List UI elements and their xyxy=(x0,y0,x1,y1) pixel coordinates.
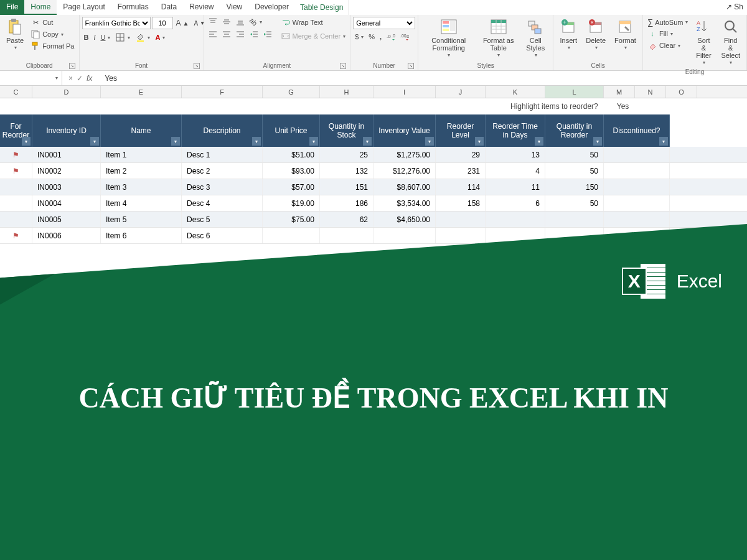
align-bottom-button[interactable] xyxy=(234,17,247,27)
filter-icon[interactable]: ▾ xyxy=(22,137,31,146)
number-launcher[interactable]: ↘ xyxy=(408,63,414,69)
th-rl[interactable]: Reorder Level▾ xyxy=(436,114,486,147)
filter-icon[interactable]: ▾ xyxy=(593,137,602,146)
table-row[interactable]: IN0004Item 4Desc 4$19.00186$3,534.001586… xyxy=(0,195,747,212)
col-c[interactable]: C xyxy=(0,86,32,98)
sort-filter-button[interactable]: AZ Sort & Filter▾ xyxy=(691,17,716,67)
format-button[interactable]: Format▾ xyxy=(611,17,640,52)
th-val[interactable]: Inventory Value▾ xyxy=(374,114,436,147)
filter-icon[interactable]: ▾ xyxy=(363,137,372,146)
fill-button[interactable]: ↓Fill▾ xyxy=(646,28,690,39)
tab-home[interactable]: Home xyxy=(24,0,57,15)
filter-icon[interactable]: ▾ xyxy=(475,137,484,146)
cancel-formula-icon[interactable]: × xyxy=(68,74,73,83)
th-id[interactable]: Inventory ID▾ xyxy=(32,114,101,147)
delete-button[interactable]: × Delete▾ xyxy=(582,17,609,52)
col-l[interactable]: L xyxy=(545,86,604,98)
enter-formula-icon[interactable]: ✓ xyxy=(77,74,83,83)
th-stock[interactable]: Quantity in Stock▾ xyxy=(320,114,374,147)
border-button[interactable]: ▾ xyxy=(113,32,132,43)
th-rt[interactable]: Reorder Time in Days▾ xyxy=(486,114,545,147)
comma-button[interactable]: , xyxy=(378,32,383,41)
th-price[interactable]: Unit Price▾ xyxy=(263,114,320,147)
col-d[interactable]: D xyxy=(32,86,101,98)
increase-font-button[interactable]: A▲ xyxy=(174,18,191,28)
filter-icon[interactable]: ▾ xyxy=(425,137,434,146)
table-row[interactable]: IN0003Item 3Desc 3$57.00151$8,607.001141… xyxy=(0,179,747,195)
tab-table-design[interactable]: Table Design xyxy=(295,0,349,15)
format-as-table-button[interactable]: Format as Table▾ xyxy=(477,17,519,60)
format-painter-button[interactable]: Format Pa xyxy=(29,40,76,52)
filter-icon[interactable]: ▾ xyxy=(90,137,99,146)
tab-file[interactable]: File xyxy=(0,0,24,15)
col-j[interactable]: J xyxy=(436,86,486,98)
cell-styles-button[interactable]: Cell Styles▾ xyxy=(520,17,550,60)
clear-button[interactable]: Clear▾ xyxy=(646,40,690,51)
font-launcher[interactable]: ↘ xyxy=(194,63,200,69)
font-name-select[interactable]: Franklin Gothic Boo xyxy=(82,17,151,29)
filter-icon[interactable]: ▾ xyxy=(309,137,318,146)
tab-developer[interactable]: Developer xyxy=(248,0,295,15)
filter-icon[interactable]: ▾ xyxy=(171,137,180,146)
conditional-formatting-button[interactable]: Conditional Formatting▾ xyxy=(421,17,476,60)
col-e[interactable]: E xyxy=(101,86,182,98)
tab-data[interactable]: Data xyxy=(155,0,183,15)
clipboard-launcher[interactable]: ↘ xyxy=(69,63,75,69)
th-name[interactable]: Name▾ xyxy=(101,114,182,147)
col-f[interactable]: F xyxy=(182,86,263,98)
filter-icon[interactable]: ▾ xyxy=(659,137,668,146)
col-o[interactable]: O xyxy=(666,86,697,98)
fx-icon[interactable]: fx xyxy=(87,74,92,83)
th-reorder[interactable]: For Reorder▾ xyxy=(0,114,32,147)
col-h[interactable]: H xyxy=(320,86,374,98)
align-right-button[interactable] xyxy=(234,29,247,39)
tab-view[interactable]: View xyxy=(220,0,248,15)
col-m[interactable]: M xyxy=(604,86,635,98)
currency-button[interactable]: $▾ xyxy=(353,32,365,41)
align-left-button[interactable] xyxy=(207,29,219,39)
increase-decimal-button[interactable]: .0.00 xyxy=(385,32,397,42)
th-qr[interactable]: Quantity in Reorder▾ xyxy=(545,114,604,147)
wrap-text-button[interactable]: Wrap Text xyxy=(279,17,348,28)
col-n[interactable]: N xyxy=(635,86,666,98)
find-select-button[interactable]: Find & Select▾ xyxy=(717,17,744,67)
filter-icon[interactable]: ▾ xyxy=(535,137,543,146)
font-size-input[interactable] xyxy=(152,17,173,29)
table-row[interactable]: ⚑IN0001Item 1Desc 1$51.0025$1,275.002913… xyxy=(0,147,747,163)
number-format-select[interactable]: General xyxy=(353,17,415,29)
th-desc[interactable]: Description▾ xyxy=(182,114,263,147)
col-g[interactable]: G xyxy=(263,86,320,98)
filter-icon[interactable]: ▾ xyxy=(252,137,261,146)
paste-button[interactable]: Paste▾ xyxy=(2,17,27,52)
tab-page-layout[interactable]: Page Layout xyxy=(57,0,111,15)
percent-button[interactable]: % xyxy=(367,32,377,41)
alignment-launcher[interactable]: ↘ xyxy=(340,63,346,69)
copy-button[interactable]: Copy▾ xyxy=(29,29,76,40)
decrease-decimal-button[interactable]: .00.0 xyxy=(398,32,411,42)
align-center-button[interactable] xyxy=(220,29,233,39)
align-middle-button[interactable] xyxy=(220,17,233,27)
tab-review[interactable]: Review xyxy=(183,0,220,15)
font-color-button[interactable]: A▾ xyxy=(153,33,167,42)
highlight-value[interactable]: Yes xyxy=(617,102,629,111)
merge-center-button[interactable]: Merge & Center▾ xyxy=(279,30,348,42)
insert-button[interactable]: + Insert▾ xyxy=(556,17,581,52)
underline-button[interactable]: U▾ xyxy=(99,33,113,42)
autosum-button[interactable]: ∑ AutoSum▾ xyxy=(646,17,690,27)
fill-color-button[interactable]: ▾ xyxy=(133,32,152,43)
share-button[interactable]: ↗ Sh xyxy=(722,0,747,15)
bold-button[interactable]: B xyxy=(82,33,91,42)
formula-input[interactable]: Yes xyxy=(98,74,123,83)
cut-button[interactable]: ✂Cut xyxy=(29,17,76,28)
table-row[interactable]: ⚑IN0002Item 2Desc 2$93.00132$12,276.0023… xyxy=(0,163,747,179)
orientation-button[interactable]: ab▾ xyxy=(248,17,264,26)
name-box[interactable]: ▾ xyxy=(0,71,62,85)
tab-formulas[interactable]: Formulas xyxy=(111,0,155,15)
align-top-button[interactable] xyxy=(207,17,219,27)
italic-button[interactable]: I xyxy=(92,33,97,42)
increase-indent-button[interactable] xyxy=(261,29,274,39)
decrease-indent-button[interactable] xyxy=(248,29,260,39)
col-k[interactable]: K xyxy=(486,86,545,98)
th-disc[interactable]: Discontinued?▾ xyxy=(604,114,670,147)
col-i[interactable]: I xyxy=(374,86,436,98)
